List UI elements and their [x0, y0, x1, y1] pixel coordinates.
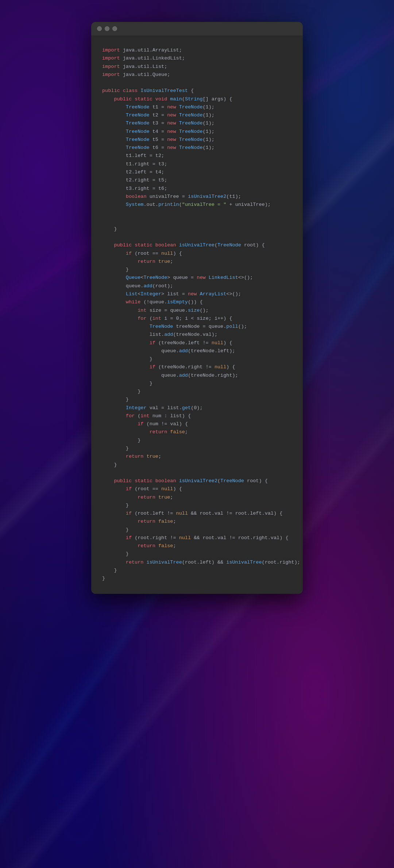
- minimize-dot[interactable]: [105, 26, 109, 31]
- close-dot[interactable]: [97, 26, 102, 31]
- maximize-dot[interactable]: [112, 26, 117, 31]
- code-content: import java.util.ArrayList; import java.…: [102, 46, 292, 583]
- title-bar: [91, 22, 303, 35]
- code-body: import java.util.ArrayList; import java.…: [91, 35, 303, 594]
- code-window: import java.util.ArrayList; import java.…: [91, 22, 303, 594]
